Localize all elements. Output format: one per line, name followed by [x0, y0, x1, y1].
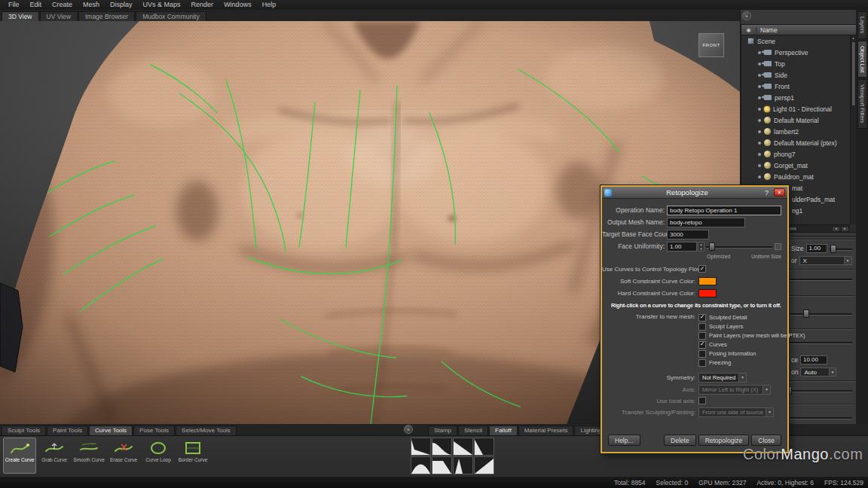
object-list-item-persp1[interactable]: persp1 — [741, 92, 850, 103]
tool-curve-loop[interactable]: Curve Loop — [142, 438, 175, 474]
slider-option-icon[interactable] — [775, 243, 781, 250]
object-list-item-perspective[interactable]: Perspective — [741, 47, 850, 58]
size-slider[interactable] — [830, 244, 852, 254]
menu-create[interactable]: Create — [47, 0, 78, 10]
tab-uv-view[interactable]: UV View — [40, 11, 78, 21]
tab-image-browser[interactable]: Image Browser — [78, 11, 135, 21]
output-mesh-name-row: Output Mesh Name: body-retopo — [602, 216, 787, 228]
tool-create-curve[interactable]: Create Curve — [3, 438, 36, 474]
object-list-item-front[interactable]: Front — [741, 81, 850, 92]
operation-name-input[interactable]: body Retopo Operation 1 — [667, 206, 781, 215]
menu-render[interactable]: Render — [186, 0, 219, 10]
falloff-preset-tile[interactable] — [432, 438, 452, 456]
create-curve-icon — [10, 441, 29, 456]
target-face-count-input[interactable]: 3000 — [667, 230, 709, 239]
dialog-close-icon[interactable]: ✕ — [774, 188, 785, 197]
menu-edit[interactable]: Edit — [25, 0, 47, 10]
help-button[interactable]: Help... — [608, 435, 640, 446]
freezing-checkbox[interactable] — [698, 359, 706, 367]
tool-grab-curve[interactable]: Grab Curve — [38, 438, 71, 474]
object-list-item-pauldron-mat[interactable]: Pauldron_mat — [741, 171, 850, 182]
object-list-item-default-material[interactable]: Default Material — [741, 114, 850, 126]
soft-constraint-color-swatch[interactable] — [698, 277, 717, 285]
delete-button[interactable]: Delete — [664, 435, 696, 446]
name-column-header[interactable]: Name — [756, 26, 778, 34]
object-list-vertical-scrollbar[interactable]: ▲ — [850, 35, 856, 224]
output-mesh-name-input[interactable]: body-retopo — [667, 218, 745, 227]
object-list-item-gorget-mat[interactable]: Gorget_mat — [741, 160, 850, 171]
falloff-preset-tile[interactable] — [474, 456, 494, 474]
tab-select-move-tools[interactable]: Select/Move Tools — [176, 425, 237, 435]
scroll-left-icon[interactable]: ◄ — [832, 226, 840, 232]
transfer-option-paint-layers: Paint Layers (new mesh will be PTEX) — [698, 331, 805, 340]
tab-material-presets[interactable]: Material Presets — [518, 425, 574, 435]
dialog-title-bar[interactable]: Retopologize ? ✕ — [602, 187, 787, 199]
property-slider[interactable] — [778, 386, 852, 395]
tab-pose-tools[interactable]: Pose Tools — [133, 425, 175, 435]
object-list-item-top[interactable]: Top — [741, 58, 850, 69]
falloff-preset-tile[interactable] — [453, 456, 473, 474]
face-uniformity-slider[interactable] — [706, 242, 772, 252]
side-tab-layers[interactable]: Layers — [857, 11, 867, 39]
menu-help[interactable]: Help — [257, 0, 282, 10]
material-icon — [764, 173, 771, 180]
falloff-preset-tile[interactable] — [411, 438, 431, 456]
tab-falloff[interactable]: Falloff — [489, 425, 518, 435]
tool-smooth-curve[interactable]: Smooth Curve — [72, 438, 105, 474]
falloff-preset-tile[interactable] — [474, 438, 494, 456]
falloff-preset-tile[interactable] — [411, 456, 431, 474]
tab-curve-tools[interactable]: Curve Tools — [89, 425, 133, 435]
dialog-help-icon[interactable]: ? — [763, 189, 771, 197]
collapse-right-panel-icon[interactable]: » — [742, 11, 751, 20]
falloff-preset-tile[interactable] — [453, 438, 473, 456]
close-button[interactable]: Close — [751, 435, 781, 446]
scrollbar-thumb[interactable] — [851, 41, 856, 106]
scroll-right-icon[interactable]: ► — [841, 226, 849, 232]
object-list-item-side[interactable]: Side — [741, 69, 850, 81]
sculpted-detail-checkbox[interactable]: ✓ — [698, 314, 706, 322]
tab-sculpt-tools[interactable]: Sculpt Tools — [2, 425, 46, 435]
tool-border-curve[interactable]: Border Curve — [176, 438, 209, 474]
size-input[interactable]: 1.00 — [806, 244, 827, 253]
property-slider[interactable] — [778, 413, 852, 422]
falloff-preset-tile[interactable] — [432, 456, 452, 474]
menu-uvs-maps[interactable]: UVs & Maps — [138, 0, 186, 10]
face-uniformity-stepper[interactable]: ▲ ▼ — [698, 242, 704, 252]
menu-mesh[interactable]: Mesh — [78, 0, 105, 10]
collapse-tray-icon[interactable]: » — [404, 425, 413, 434]
mirror-dropdown[interactable]: X ▼ — [799, 256, 852, 265]
paint-layers-checkbox[interactable] — [698, 332, 706, 340]
menu-windows[interactable]: Windows — [219, 0, 257, 10]
object-list-item-phong7[interactable]: phong7 — [741, 148, 850, 160]
posing-information-checkbox[interactable] — [698, 350, 706, 358]
tab-3d-view[interactable]: 3D View — [2, 11, 39, 21]
side-tab-object-list[interactable]: Object List — [857, 41, 867, 78]
symmetry-dropdown[interactable]: Not Required ▼ — [698, 373, 747, 383]
curves-checkbox[interactable]: ✓ — [698, 341, 706, 349]
property-slider[interactable] — [778, 274, 852, 284]
hard-constraint-color-swatch[interactable] — [698, 289, 717, 297]
object-list-item-scene[interactable]: Scene — [741, 35, 850, 47]
transfer-sculpting-painting-dropdown[interactable]: From one side of source ▼ — [698, 407, 774, 417]
direction-dropdown[interactable]: Auto ▼ — [800, 368, 836, 377]
sculpt-layers-checkbox[interactable] — [698, 323, 706, 331]
tab-paint-tools[interactable]: Paint Tools — [47, 425, 88, 435]
menu-display[interactable]: Display — [105, 0, 138, 10]
menu-file[interactable]: File — [3, 0, 25, 10]
tab-stencil[interactable]: Stencil — [458, 425, 488, 435]
retopologize-button[interactable]: Retopologize — [698, 435, 750, 446]
camera-bookmark-front[interactable]: FRONT — [698, 33, 724, 57]
scroll-up-icon[interactable]: ▲ — [852, 35, 855, 41]
view-tab-bar: 3D View UV View Image Browser Mudbox Com… — [0, 10, 740, 21]
axis-dropdown[interactable]: Mirror Left to Right (X) ▼ — [698, 385, 771, 395]
object-list-item-lambert2[interactable]: lambert2 — [741, 126, 850, 137]
tab-mudbox-community[interactable]: Mudbox Community — [136, 11, 206, 21]
use-local-axis-checkbox[interactable] — [698, 397, 706, 404]
side-tab-viewport-filters[interactable]: Viewport Filters — [857, 79, 867, 129]
object-list-item-light01[interactable]: Light 01 - Directional — [741, 103, 850, 114]
object-list-item-default-material-ptex[interactable]: Default Material (ptex) — [741, 137, 850, 148]
use-curves-checkbox[interactable]: ✓ — [698, 265, 706, 273]
tool-erase-curve[interactable]: Erase Curve — [107, 438, 140, 474]
face-uniformity-input[interactable]: 1.00 — [667, 242, 697, 252]
tab-stamp[interactable]: Stamp — [428, 425, 457, 435]
